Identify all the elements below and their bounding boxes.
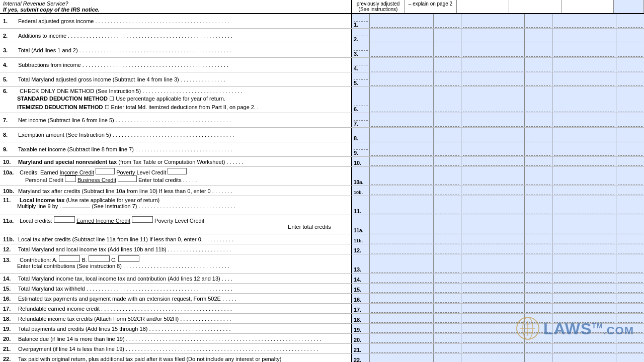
line-10-c2	[434, 157, 461, 166]
line-17-c6	[616, 304, 644, 313]
line-21-c1	[370, 344, 434, 353]
line-20-label: 20. Balance due (if line 14 is more than…	[0, 334, 352, 343]
line-16-c6	[616, 294, 644, 303]
line-15-text: Total Maryland tax withheld . . . . . . …	[18, 286, 232, 292]
line-7-text: Net income (Subtract line 6 from line 5)…	[18, 117, 231, 123]
line-1-c5	[552, 14, 616, 28]
line-10-row: 10. Maryland and special nonresident tax…	[0, 157, 644, 167]
line-15-num: 15.	[3, 286, 18, 292]
line-4-c4	[525, 58, 552, 72]
line-11b-c1	[370, 234, 434, 244]
line-15-c6	[616, 284, 644, 293]
line-17-text: Refundable earned income credit . . . . …	[18, 306, 232, 312]
line-6-text: CHECK ONLY ONE METHOD (See Instruction 5…	[20, 88, 243, 94]
line-12-row: 12. Total Maryland and local income tax …	[0, 244, 644, 254]
line-1-c1	[370, 14, 434, 28]
line-2-text: Additions to income . . . . . . . . . . …	[18, 33, 232, 39]
line-9-c3	[461, 142, 525, 156]
line-9-c4	[525, 142, 552, 156]
line-10b-cells: 10b.	[352, 186, 644, 196]
line-11b-c6	[616, 234, 644, 244]
line-11b-text: Local tax after credits (Subtract line 1…	[18, 236, 233, 242]
line-19-c1	[370, 324, 434, 333]
line-10b-linenum-cell: 10b.	[352, 186, 370, 196]
line-13-c5	[552, 254, 616, 273]
line-16-c5	[552, 294, 616, 303]
line-5-c1	[370, 72, 434, 86]
line-9-cells: 9.	[352, 142, 644, 156]
line-9-c6	[616, 142, 644, 156]
line-10-c3	[461, 157, 525, 166]
line-4-c5	[552, 58, 616, 72]
line-16-c1	[370, 294, 434, 303]
line-5-num: 5.	[3, 76, 18, 82]
line-8-c1	[370, 128, 434, 142]
line-11b-c4	[525, 234, 552, 244]
line-10-c4	[525, 157, 552, 166]
line-9-text: Taxable net income (Subtract line 8 from…	[18, 146, 232, 152]
irs-notice-bold: If yes, submit copy of the IRS notice.	[3, 7, 100, 13]
line-13-text: Contribution: A. B. C.	[20, 257, 139, 263]
line-17-linenum-cell: 17.	[352, 304, 370, 313]
line-22-c2	[434, 354, 461, 362]
line-22-c1	[370, 354, 434, 362]
line-6-standard: STANDARD DEDUCTION METHOD ☐ Use percenta…	[17, 96, 225, 102]
line-13-row: 13. Contribution: A. B. C. Enter total c…	[0, 254, 644, 274]
line-5-c3	[461, 72, 525, 86]
line-1-num: 1.	[3, 18, 18, 24]
line-4-c3	[461, 58, 525, 72]
line-6-row: 6. CHECK ONLY ONE METHOD (See Instructio…	[0, 87, 644, 113]
line-13-c6	[616, 254, 644, 273]
line-22-c5	[552, 354, 616, 362]
line-11a-text: Local credits: Earned Income Credit Pove…	[20, 218, 204, 224]
line-10b-c1	[370, 186, 434, 196]
line-15-c4	[525, 284, 552, 293]
line-18-label: 18. Refundable income tax credits (Attac…	[0, 314, 352, 323]
line-16-num: 16.	[3, 296, 18, 302]
line-18-c2	[434, 314, 461, 323]
line-11-c1	[370, 196, 434, 215]
line-17-c4	[525, 304, 552, 313]
line-3-c6	[616, 43, 644, 57]
line-10a-cells: 10a.	[352, 167, 644, 186]
line-14-row: 14. Total Maryland income tax, local inc…	[0, 274, 644, 284]
line-17-c2	[434, 304, 461, 313]
line-6-linenum-cell: 6.	[352, 87, 370, 113]
line-8-c3	[461, 128, 525, 142]
line-6-c3	[461, 87, 525, 113]
line-1-c4	[525, 14, 552, 28]
line-11-row: 11. Local income tax (Use rate applicabl…	[0, 196, 644, 215]
line-13-linenum-cell: 13.	[352, 254, 370, 273]
line-9-c2	[434, 142, 461, 156]
line-16-c2	[434, 294, 461, 303]
line-22-cells: 22.	[352, 354, 644, 362]
line-5-c2	[434, 72, 461, 86]
line-21-num: 21.	[3, 346, 18, 352]
line-10b-text: Maryland tax after credits (Subtract lin…	[18, 188, 232, 194]
line-12-num: 12.	[3, 246, 18, 252]
line-10b-row: 10b. Maryland tax after credits (Subtrac…	[0, 186, 644, 196]
line-5-c4	[525, 72, 552, 86]
line-13-cells: 13.	[352, 254, 644, 273]
line-3-linenum-cell: 3.	[352, 43, 370, 57]
line-18-c1	[370, 314, 434, 323]
line-1-text: Federal adjusted gross income . . . . . …	[18, 18, 229, 24]
watermark-logo-icon	[515, 316, 540, 342]
line-5-label: 5. Total Maryland adjusted gross income …	[0, 72, 352, 86]
line-12-c2	[434, 244, 461, 254]
line-10b-c2	[434, 186, 461, 196]
line-10a-c2	[434, 167, 461, 186]
line-8-text: Exemption amount (See Instruction 5) . .…	[18, 132, 234, 138]
line-10a-row: 10a. Credits: Earned Income Credit Pover…	[0, 167, 644, 186]
line-1-cells: 1.	[352, 14, 644, 28]
top-banner: Internal Revenue Service? If yes, submit…	[0, 0, 644, 14]
line-3-c1	[370, 43, 434, 57]
line-3-c3	[461, 43, 525, 57]
line-1-row: 1. Federal adjusted gross income . . . .…	[0, 14, 644, 29]
line-7-cells: 7.	[352, 113, 644, 127]
line-6-num: 6.	[3, 88, 18, 94]
line-14-c6	[616, 274, 644, 283]
line-5-text: Total Maryland adjusted gross income (Su…	[18, 76, 225, 82]
col-empty1	[457, 0, 509, 13]
line-10a-text1: Credits: Earned Income Credit Poverty Le…	[20, 169, 187, 175]
